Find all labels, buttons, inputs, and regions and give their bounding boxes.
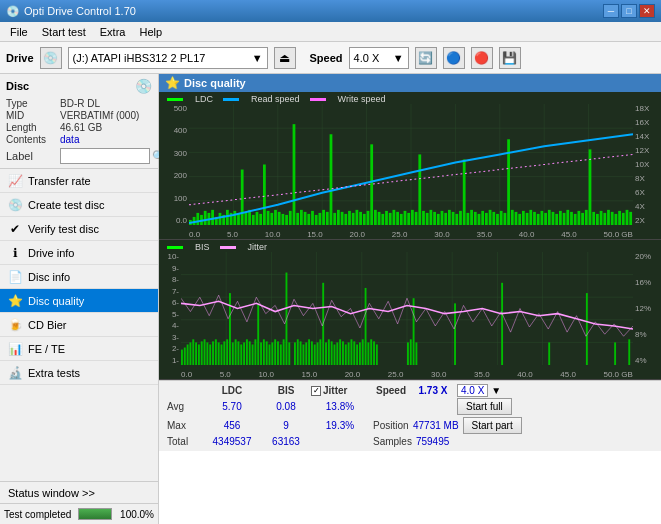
svg-rect-76 <box>422 211 425 225</box>
disc-header: Disc 💿 <box>6 78 152 94</box>
progress-bar <box>78 508 112 520</box>
menu-help[interactable]: Help <box>133 24 168 40</box>
menu-file[interactable]: File <box>4 24 34 40</box>
sidebar-item-disc-info[interactable]: 📄 Disc info <box>0 265 158 289</box>
stats-jitter-header: ✓ Jitter <box>311 385 369 396</box>
svg-rect-112 <box>555 214 558 225</box>
legend-jitter-icon <box>220 246 236 249</box>
stats-position-label: Position <box>373 420 409 431</box>
settings-button1[interactable]: 🔵 <box>443 47 465 69</box>
content-area: ⭐ Disc quality LDC Read speed Write spee… <box>159 74 661 524</box>
menu-extra[interactable]: Extra <box>94 24 132 40</box>
sidebar-item-label-transfer-rate: Transfer rate <box>28 175 91 187</box>
svg-rect-161 <box>223 341 225 365</box>
speed-label: Speed <box>310 52 343 64</box>
svg-rect-185 <box>294 342 296 365</box>
svg-rect-124 <box>600 211 603 225</box>
drive-select[interactable]: (J:) ATAPI iHBS312 2 PL17 ▼ <box>68 47 268 69</box>
svg-rect-160 <box>221 344 223 365</box>
svg-rect-56 <box>348 211 351 225</box>
sidebar-item-extra-tests[interactable]: 🔬 Extra tests <box>0 361 158 385</box>
svg-rect-74 <box>415 212 418 225</box>
svg-rect-103 <box>522 211 525 225</box>
top-x-0: 0.0 <box>189 230 200 239</box>
sidebar-item-transfer-rate[interactable]: 📈 Transfer rate <box>0 169 158 193</box>
drive-label: Drive <box>6 52 34 64</box>
svg-rect-212 <box>370 339 372 365</box>
save-button[interactable]: 💾 <box>499 47 521 69</box>
svg-rect-63 <box>374 210 377 225</box>
disc-type-value: BD-R DL <box>60 98 100 109</box>
sidebar-item-cd-bier[interactable]: 🍺 CD Bier <box>0 313 158 337</box>
status-bar: Test completed 100.0% <box>0 504 158 524</box>
svg-rect-40 <box>289 211 292 225</box>
svg-rect-218 <box>415 342 417 365</box>
progress-bar-fill <box>79 509 111 519</box>
fe-te-icon: 📊 <box>8 342 22 356</box>
svg-rect-51 <box>330 134 333 225</box>
top-y-200: 200 <box>159 171 187 180</box>
sidebar-item-disc-quality[interactable]: ⭐ Disc quality <box>0 289 158 313</box>
titlebar-controls: ─ □ ✕ <box>603 4 655 18</box>
speed-select[interactable]: 4.0 X ▼ <box>349 47 409 69</box>
bot-x-5: 5.0 <box>220 370 231 379</box>
sidebar-item-fe-te[interactable]: 📊 FE / TE <box>0 337 158 361</box>
jitter-checkbox[interactable]: ✓ <box>311 386 321 396</box>
svg-rect-164 <box>232 342 234 365</box>
svg-rect-154 <box>204 339 206 365</box>
svg-rect-131 <box>626 210 629 225</box>
svg-rect-37 <box>278 212 281 225</box>
status-window-button[interactable]: Status window >> <box>0 482 158 504</box>
svg-rect-94 <box>489 210 492 225</box>
svg-rect-41 <box>293 124 296 225</box>
sidebar-item-label-create-test-disc: Create test disc <box>28 199 104 211</box>
top-yr-18x: 18X <box>635 104 661 113</box>
svg-rect-200 <box>336 342 338 365</box>
menu-start-test[interactable]: Start test <box>36 24 92 40</box>
menubar: File Start test Extra Help <box>0 22 661 42</box>
start-part-button[interactable]: Start part <box>463 417 522 434</box>
disc-mid-label: MID <box>6 110 58 121</box>
stats-speed-x-arrow[interactable]: ▼ <box>491 385 501 396</box>
svg-rect-215 <box>407 342 409 365</box>
bot-yr-8: 8% <box>635 330 661 339</box>
bot-yr-20: 20% <box>635 252 661 261</box>
stats-samples-value: 759495 <box>416 436 460 447</box>
svg-rect-207 <box>356 344 358 365</box>
transfer-rate-icon: 📈 <box>8 174 22 188</box>
svg-rect-114 <box>563 213 566 225</box>
stats-max-bis: 9 <box>265 420 307 431</box>
stats-avg-jitter: 13.8% <box>311 401 369 412</box>
stats-total-ldc: 4349537 <box>203 436 261 447</box>
svg-rect-193 <box>317 342 319 365</box>
svg-rect-203 <box>345 344 347 365</box>
settings-button2[interactable]: 🔴 <box>471 47 493 69</box>
sidebar-item-label-verify-test-disc: Verify test disc <box>28 223 99 235</box>
sidebar-item-create-test-disc[interactable]: 💿 Create test disc <box>0 193 158 217</box>
svg-rect-58 <box>356 210 359 225</box>
svg-rect-171 <box>252 344 254 365</box>
svg-rect-115 <box>566 210 569 225</box>
eject-button[interactable]: ⏏ <box>274 47 296 69</box>
svg-rect-147 <box>184 348 186 365</box>
svg-rect-173 <box>257 303 259 365</box>
maximize-button[interactable]: □ <box>621 4 637 18</box>
stats-empty-col <box>167 385 199 396</box>
legend-jitter-label: Jitter <box>248 242 268 252</box>
svg-rect-31 <box>256 212 259 225</box>
disc-label-label: Label <box>6 150 58 162</box>
close-button[interactable]: ✕ <box>639 4 655 18</box>
toolbar: Drive 💿 (J:) ATAPI iHBS312 2 PL17 ▼ ⏏ Sp… <box>0 42 661 74</box>
disc-label-input[interactable] <box>60 148 150 164</box>
start-full-button[interactable]: Start full <box>457 398 512 415</box>
disc-type-label: Type <box>6 98 58 109</box>
sidebar-item-label-disc-quality: Disc quality <box>28 295 84 307</box>
sidebar-item-verify-test-disc[interactable]: ✔ Verify test disc <box>0 217 158 241</box>
svg-rect-205 <box>351 339 353 365</box>
svg-rect-186 <box>297 339 299 365</box>
refresh-button[interactable]: 🔄 <box>415 47 437 69</box>
svg-rect-65 <box>381 214 384 225</box>
disc-info-icon: 📄 <box>8 270 22 284</box>
minimize-button[interactable]: ─ <box>603 4 619 18</box>
sidebar-item-drive-info[interactable]: ℹ Drive info <box>0 241 158 265</box>
